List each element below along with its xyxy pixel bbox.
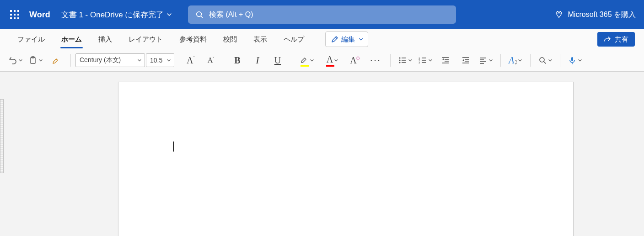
find-button[interactable]: [535, 52, 555, 68]
tab-insert[interactable]: 挿入: [90, 29, 120, 49]
highlighter-icon: [300, 55, 309, 64]
svg-rect-11: [31, 58, 35, 63]
document-canvas: [0, 72, 644, 236]
document-title-button[interactable]: 文書 1 - OneDrive に保存完了: [61, 10, 172, 20]
font-family-value: Century (本文): [80, 56, 121, 64]
buy-m365-button[interactable]: Microsoft 365 を購入: [554, 10, 644, 20]
ribbon-tabs: ファイル ホーム 挿入 レイアウト 参考資料 校閲 表示 ヘルプ 編集 共有: [0, 29, 644, 49]
chevron-down-icon: [428, 58, 433, 63]
app-name[interactable]: Word: [29, 10, 50, 20]
editing-mode-label: 編集: [341, 35, 355, 44]
underline-icon: U: [274, 55, 281, 66]
svg-rect-2: [17, 10, 19, 12]
tab-references[interactable]: 参考資料: [171, 29, 215, 49]
font-size-value: 10.5: [150, 57, 162, 64]
search-input[interactable]: 検索 (Alt + Q): [188, 5, 456, 24]
app-launcher-button[interactable]: [0, 0, 29, 29]
tab-help[interactable]: ヘルプ: [275, 29, 312, 49]
decrease-indent-button[interactable]: [435, 52, 456, 68]
text-cursor: [173, 142, 174, 152]
title-bar: Word 文書 1 - OneDrive に保存完了 検索 (Alt + Q) …: [0, 0, 644, 29]
indent-icon: [461, 56, 470, 65]
waffle-icon: [10, 10, 19, 19]
tab-file[interactable]: ファイル: [9, 29, 53, 49]
svg-text:3: 3: [419, 61, 420, 64]
svg-rect-8: [17, 17, 19, 19]
divider: [70, 54, 71, 67]
share-label: 共有: [615, 35, 628, 44]
numbered-list-icon: 1 2 3: [418, 56, 427, 65]
svg-rect-5: [17, 14, 19, 16]
editing-mode-button[interactable]: 編集: [325, 31, 368, 47]
tab-view[interactable]: 表示: [245, 29, 275, 49]
numbered-list-button[interactable]: 1 2 3: [415, 52, 435, 68]
svg-line-38: [544, 62, 546, 63]
more-font-options-button[interactable]: ···: [365, 52, 386, 68]
ellipsis-icon: ···: [370, 58, 381, 63]
paintbrush-icon: [51, 56, 60, 65]
svg-rect-39: [571, 57, 573, 61]
increase-font-icon: Aˆ: [187, 55, 195, 66]
tab-layout[interactable]: レイアウト: [120, 29, 171, 49]
document-title: 文書 1 - OneDrive に保存完了: [61, 10, 164, 20]
font-color-swatch: [326, 65, 334, 67]
divider: [500, 54, 501, 67]
svg-rect-7: [14, 17, 16, 19]
vertical-ruler[interactable]: [0, 99, 4, 173]
svg-point-17: [399, 62, 400, 63]
svg-rect-3: [10, 14, 12, 16]
pencil-icon: [331, 36, 338, 43]
buy-m365-label: Microsoft 365 を購入: [568, 10, 636, 20]
font-color-button[interactable]: A: [320, 52, 345, 68]
decrease-font-icon: Aˇ: [208, 56, 215, 64]
chevron-down-icon: [408, 58, 413, 63]
align-left-icon: [478, 56, 488, 65]
clear-formatting-button[interactable]: A◇: [345, 52, 365, 68]
increase-indent-button[interactable]: [456, 52, 476, 68]
chevron-down-icon: [578, 58, 582, 63]
increase-font-size-button[interactable]: Aˆ: [181, 52, 201, 68]
italic-button[interactable]: I: [247, 52, 268, 68]
dictate-button[interactable]: [565, 52, 585, 68]
chevron-down-icon: [38, 58, 43, 63]
font-family-select[interactable]: Century (本文): [75, 53, 145, 67]
undo-button[interactable]: [5, 52, 26, 68]
share-icon: [604, 36, 611, 43]
underline-button[interactable]: U: [268, 52, 288, 68]
bold-button[interactable]: B: [227, 52, 247, 68]
chevron-down-icon: [166, 12, 172, 17]
chevron-down-icon: [359, 37, 363, 42]
svg-point-15: [399, 59, 400, 61]
undo-icon: [8, 56, 17, 65]
chevron-down-icon: [18, 58, 23, 63]
search-placeholder: 検索 (Alt + Q): [209, 10, 253, 20]
chevron-down-icon: [334, 58, 338, 63]
clear-format-icon: A◇: [350, 55, 360, 66]
highlight-color-swatch: [301, 65, 309, 67]
divider: [530, 54, 531, 67]
document-page[interactable]: [118, 82, 574, 236]
bullet-list-button[interactable]: [395, 52, 415, 68]
italic-icon: I: [256, 54, 259, 66]
font-size-select[interactable]: 10.5: [146, 53, 174, 67]
divider: [390, 54, 391, 67]
microphone-icon: [568, 56, 577, 65]
svg-rect-4: [14, 14, 16, 16]
tab-home[interactable]: ホーム: [53, 29, 90, 49]
share-button[interactable]: 共有: [597, 32, 635, 47]
svg-rect-0: [10, 10, 12, 12]
tab-review[interactable]: 校閲: [215, 29, 245, 49]
chevron-down-icon: [548, 58, 553, 63]
format-painter-button[interactable]: [46, 52, 66, 68]
chevron-down-icon: [310, 58, 314, 63]
paste-button[interactable]: [26, 52, 46, 68]
decrease-font-size-button[interactable]: Aˇ: [201, 52, 221, 68]
chevron-down-icon: [518, 58, 522, 63]
divider: [560, 54, 560, 67]
styles-icon: A⤵: [509, 55, 517, 66]
align-button[interactable]: [476, 52, 496, 68]
highlight-color-button[interactable]: [294, 52, 320, 68]
font-color-icon: A: [327, 54, 333, 65]
styles-button[interactable]: A⤵: [505, 52, 526, 68]
chevron-down-icon: [166, 58, 171, 63]
